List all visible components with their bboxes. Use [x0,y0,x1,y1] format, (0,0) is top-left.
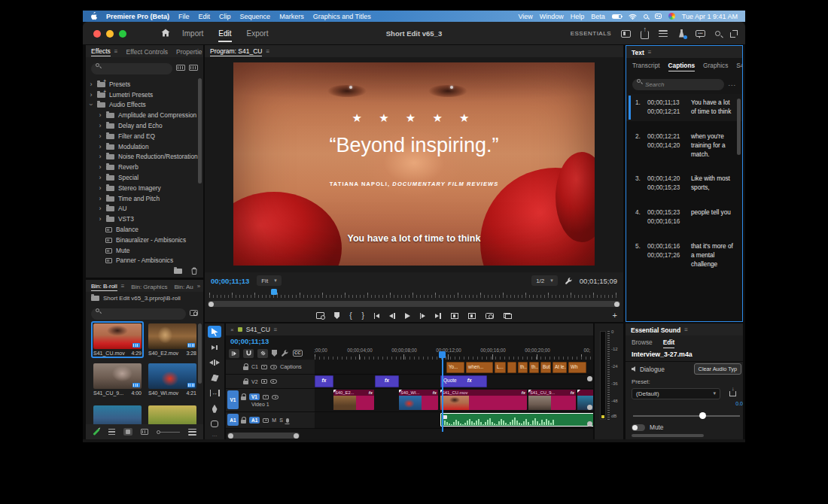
playback-resolution-select[interactable]: 1/2▾ [531,275,558,286]
tree-item-mute[interactable]: Mute [89,245,200,256]
tab-edit[interactable]: Edit [218,25,231,42]
video-clip-s41-cu-9[interactable]: S41_CU_9...fx [528,390,576,410]
edit-pencil-icon[interactable] [93,429,99,436]
captions-search-input[interactable] [632,79,724,90]
slip-tool[interactable]: ↔ [208,387,221,399]
video-clip-s40-wi[interactable]: S40_WI...fx [399,390,438,410]
panel-overflow-icon[interactable]: » [197,283,200,290]
tab-bin-graphics[interactable]: Bin: Graphics [131,282,167,290]
display-style-icon[interactable] [261,379,267,384]
volume-slider[interactable] [633,415,740,417]
step-back-icon[interactable] [389,313,395,319]
nest-toggle-icon[interactable] [229,349,239,358]
chevron-right-icon[interactable]: › [98,216,102,222]
tree-item-audio-effects[interactable]: ›Audio Effects [89,100,200,111]
tree-item-balance[interactable]: Balance [89,224,200,235]
tree-item-binauralizer[interactable]: Binauralizer - Ambisonics [89,235,200,245]
caption-row-2[interactable]: 2. 00;00;12;2100;00;14;20 when you're tr… [626,128,742,164]
video-clip-s40-e2[interactable]: S40_E2...fx [333,390,374,410]
siri-icon[interactable] [668,13,675,20]
captions-scrollbar[interactable] [737,99,741,155]
hand-tool[interactable] [208,418,221,430]
tree-item-filter-eq[interactable]: ›Filter and EQ [89,131,200,141]
freeform-view-icon[interactable] [141,429,149,435]
step-forward-icon[interactable] [420,313,426,319]
more-options-icon[interactable]: ... [728,80,736,87]
control-center-icon[interactable] [655,14,662,19]
close-icon[interactable]: × [230,326,234,333]
caption-clip[interactable]: Yo... [446,362,464,373]
program-playhead[interactable] [271,289,277,295]
menu-view[interactable]: View [518,13,532,20]
save-preset-icon[interactable] [729,391,736,396]
tab-effects[interactable]: Effects [91,46,111,56]
extract-icon[interactable] [468,313,476,319]
add-marker-icon[interactable] [334,312,339,319]
caption-row-4[interactable]: 4. 00;00;15;2300;00;16;16 people tell yo… [626,204,742,231]
bin-clip-partial[interactable] [148,405,196,424]
program-timecode[interactable]: 00;00;11;13 [211,277,249,285]
scrollbar-knob[interactable] [587,421,592,427]
caption-clip[interactable]: At le... [553,362,567,373]
audio-clip-interview[interactable] [440,413,593,427]
tool-overflow-icon[interactable]: ⋯ [212,433,218,439]
chevron-right-icon[interactable]: › [98,133,102,139]
button-editor-plus-icon[interactable]: + [613,311,617,320]
scrollbar-knob[interactable] [587,405,592,410]
quote-graphic-clip[interactable]: Quotefx [440,375,487,387]
panel-menu-icon[interactable]: ≡ [266,48,269,55]
timeline-ruler[interactable]: ;00;00 00;00;04;00 00;00;08;00 00;00;12;… [315,347,593,360]
audio-effects-filter-icon[interactable] [189,65,198,71]
track-v2-label[interactable]: V2 [251,379,258,384]
tab-text[interactable]: Text [632,47,644,57]
menu-edit[interactable]: Edit [199,13,211,20]
chevron-right-icon[interactable]: › [98,185,102,191]
lock-icon[interactable] [241,420,246,424]
home-icon[interactable] [161,29,170,37]
timeline-playhead[interactable] [442,357,443,432]
bin-clip-s41-cu-9[interactable]: S41_CU_9...4:00 [93,363,142,396]
menu-help[interactable]: Help [571,13,585,20]
caption-clip[interactable]: L... [495,362,506,373]
tab-overflow[interactable]: S4 [736,62,743,69]
apple-icon[interactable] [90,12,97,20]
zoom-slider[interactable] [157,430,180,434]
comments-icon[interactable]: ••• [696,30,705,37]
tab-export[interactable]: Export [247,29,269,38]
tree-item-panner[interactable]: Panner - Ambisonics [89,256,200,265]
track-select-forward-tool[interactable] [208,341,221,353]
close-window-button[interactable] [93,30,101,38]
icon-view-icon[interactable] [123,428,132,436]
settings-wrench-icon[interactable] [565,277,573,285]
new-bin-icon[interactable] [174,269,182,274]
panel-menu-icon[interactable]: ≡ [648,49,652,56]
wifi-icon[interactable] [629,14,637,20]
snap-magnet-icon[interactable] [243,349,254,358]
tree-item-special[interactable]: ›Special [89,172,200,183]
bin-search-input[interactable] [91,308,186,320]
chevron-right-icon[interactable]: › [98,153,102,159]
chevron-right-icon[interactable]: › [89,92,93,98]
display-style-icon[interactable] [261,365,267,369]
tree-item-noise-reduction[interactable]: ›Noise Reduction/Restoration [89,152,200,162]
audio-type-label[interactable]: Dialogue [640,366,665,373]
help-search-icon[interactable] [715,31,720,36]
lift-icon[interactable] [451,313,458,319]
track-visibility-icon[interactable] [270,365,277,369]
chevron-right-icon[interactable]: › [98,175,102,181]
tab-captions[interactable]: Captions [668,59,696,71]
razor-tool[interactable] [208,372,221,384]
tree-item-au[interactable]: ›AU [89,204,200,214]
chevron-right-icon[interactable]: › [98,196,102,202]
tree-item-stereo-imagery[interactable]: ›Stereo Imagery [89,183,200,193]
menu-graphics-titles[interactable]: Graphics and Titles [313,13,371,20]
graphic-clip[interactable]: fx [375,375,399,387]
sort-icon[interactable] [188,429,196,436]
chevron-right-icon[interactable]: › [98,112,102,118]
menu-markers[interactable]: Markers [279,13,304,20]
tree-item-vst3[interactable]: ›VST3 [89,214,200,224]
slider-knob[interactable] [699,412,706,419]
chevron-right-icon[interactable]: › [98,123,102,129]
ripple-edit-tool[interactable] [208,357,221,369]
fullscreen-icon[interactable] [730,30,738,38]
